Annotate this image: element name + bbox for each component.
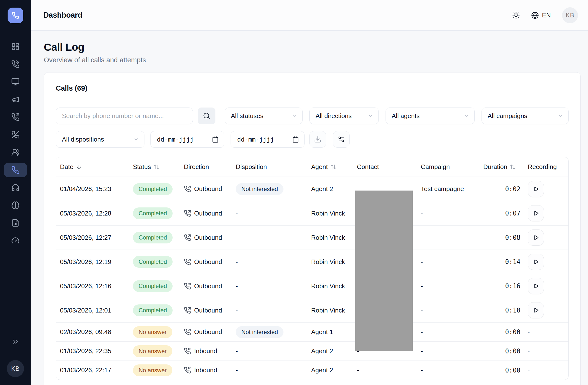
cell-duration: 0:07 [479, 210, 524, 217]
direction-label: Outbound [194, 307, 222, 314]
sidebar-item-dashboard[interactable] [4, 39, 27, 54]
column-header-status[interactable]: Status [129, 163, 180, 171]
play-recording-button[interactable] [528, 302, 544, 318]
no-recording-dash: - [528, 329, 530, 336]
sidebar-expand-button[interactable] [12, 338, 19, 345]
sidebar-item-campaigns[interactable] [4, 92, 27, 107]
sidebar-user-avatar[interactable]: KB [7, 360, 24, 377]
status-badge: Completed [133, 232, 173, 243]
cell-direction: Outbound [180, 210, 232, 217]
sort-updown-icon [510, 164, 516, 170]
cell-date: 01/03/2026, 22:17 [56, 366, 129, 374]
status-badge: No answer [133, 326, 172, 338]
column-header-label: Agent [311, 163, 328, 171]
cell-recording [524, 181, 566, 197]
cell-campaign: - [417, 258, 479, 266]
sliders-icon [337, 136, 345, 143]
column-header-label: Recording [528, 163, 557, 171]
direction-label: Outbound [194, 234, 222, 241]
column-header-agent[interactable]: Agent [307, 163, 353, 171]
play-recording-button[interactable] [528, 254, 544, 270]
status-badge: Completed [133, 280, 173, 292]
column-header-disposition: Disposition [232, 163, 307, 171]
cell-recording [524, 205, 566, 221]
cell-campaign: - [417, 307, 479, 314]
date-from-input[interactable]: dd-mm-jjjj [150, 131, 224, 148]
cell-agent: Robin Vinck [307, 234, 353, 241]
sidebar-item-contacts[interactable] [4, 145, 27, 160]
sun-icon [512, 11, 520, 19]
user-avatar[interactable]: KB [562, 7, 578, 23]
cell-agent: Agent 2 [307, 366, 353, 374]
cell-agent: Robin Vinck [307, 210, 353, 217]
cell-date: 01/04/2026, 15:23 [56, 185, 129, 193]
column-header-date[interactable]: Date [56, 163, 129, 171]
cell-recording [524, 278, 566, 294]
phone-outgoing-icon [184, 210, 191, 217]
sidebar-item-missed-calls[interactable] [4, 127, 27, 142]
disposition-filter[interactable]: All dispositions [56, 131, 145, 148]
topbar: Dashboard EN KB [31, 0, 588, 31]
phone-off-icon [11, 130, 20, 139]
campaign-filter[interactable]: All campaigns [482, 107, 569, 124]
sidebar-item-call-log[interactable] [4, 163, 27, 177]
direction-label: Outbound [194, 282, 222, 290]
status-badge: Completed [133, 183, 173, 195]
cell-campaign: - [417, 328, 479, 336]
megaphone-icon [11, 95, 20, 104]
app-logo[interactable] [8, 8, 23, 23]
cell-agent: Agent 2 [307, 185, 353, 193]
play-icon [532, 186, 539, 192]
cell-direction: Outbound [180, 328, 232, 336]
calendar-icon [292, 136, 299, 143]
sidebar-item-outbound[interactable] [4, 110, 27, 124]
column-header-contact: Contact [353, 163, 417, 171]
cell-campaign: - [417, 234, 479, 241]
play-recording-button[interactable] [528, 205, 544, 221]
cell-date: 05/03/2026, 12:27 [56, 234, 129, 241]
cell-status: Completed [129, 207, 180, 219]
agent-filter[interactable]: All agents [386, 107, 475, 124]
theme-toggle-button[interactable] [512, 11, 520, 19]
date-to-input[interactable]: dd-mm-jjjj [231, 131, 305, 148]
sidebar-divider [0, 352, 31, 352]
play-recording-button[interactable] [528, 230, 544, 246]
sidebar-item-performance[interactable] [4, 233, 27, 248]
globe-icon [531, 12, 539, 19]
play-recording-button[interactable] [528, 181, 544, 197]
table-row: 05/03/2026, 12:19CompletedOutbound-Robin… [56, 250, 568, 274]
page-subtitle: Overview of all calls and attempts [44, 56, 581, 64]
cell-recording: - [524, 329, 566, 336]
cell-date: 02/03/2026, 09:48 [56, 328, 129, 336]
table-row: 05/03/2026, 12:01CompletedOutbound-Robin… [56, 298, 568, 322]
sidebar-item-monitor[interactable] [4, 74, 27, 89]
table-row: 05/03/2026, 12:28CompletedOutbound-Robin… [56, 201, 568, 225]
column-header-label: Campaign [421, 163, 450, 171]
column-header-label: Duration [483, 163, 507, 171]
language-switcher[interactable]: EN [531, 12, 551, 19]
status-badge: No answer [133, 364, 172, 376]
direction-filter[interactable]: All directions [309, 107, 379, 124]
sort-desc-icon [76, 164, 82, 170]
cell-disposition: - [232, 307, 307, 314]
sidebar-item-calls[interactable] [4, 57, 27, 71]
search-input[interactable] [56, 107, 193, 124]
status-filter[interactable]: All statuses [225, 107, 303, 124]
cell-agent: Robin Vinck [307, 258, 353, 266]
sidebar-item-reports[interactable] [4, 215, 27, 230]
cell-status: No answer [129, 326, 180, 338]
search-button[interactable] [198, 107, 215, 124]
sidebar-item-ai[interactable] [4, 198, 27, 213]
sidebar-item-listening[interactable] [4, 180, 27, 195]
sort-updown-icon [330, 164, 336, 170]
column-header-duration[interactable]: Duration [479, 163, 524, 171]
app-root: KB Dashboard EN KB Call Log Overview of … [0, 0, 588, 385]
cell-date: 01/03/2026, 22:35 [56, 347, 129, 355]
chevron-down-icon [292, 113, 297, 119]
column-header-label: Disposition [236, 163, 267, 171]
export-button[interactable] [309, 131, 326, 148]
cell-status: Completed [129, 280, 180, 292]
column-settings-button[interactable] [333, 131, 350, 148]
play-recording-button[interactable] [528, 278, 544, 294]
cell-campaign: - [417, 366, 479, 374]
